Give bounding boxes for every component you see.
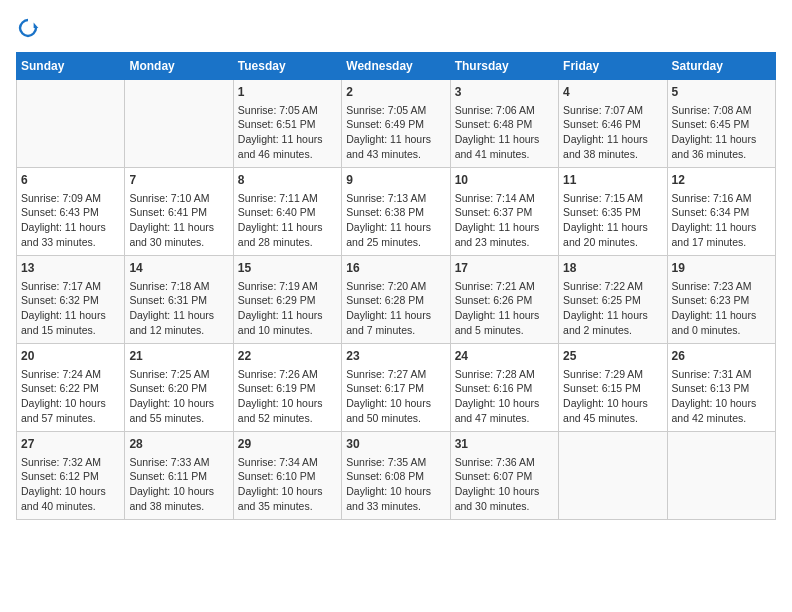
day-info: Sunset: 6:45 PM — [672, 117, 771, 132]
day-info: Sunset: 6:07 PM — [455, 469, 554, 484]
day-info: Sunrise: 7:15 AM — [563, 191, 662, 206]
day-info: Sunset: 6:40 PM — [238, 205, 337, 220]
day-number: 15 — [238, 260, 337, 277]
calendar-day-cell: 29Sunrise: 7:34 AMSunset: 6:10 PMDayligh… — [233, 432, 341, 520]
day-number: 22 — [238, 348, 337, 365]
day-info: Daylight: 11 hours and 20 minutes. — [563, 220, 662, 249]
day-number: 21 — [129, 348, 228, 365]
calendar-day-cell: 25Sunrise: 7:29 AMSunset: 6:15 PMDayligh… — [559, 344, 667, 432]
logo — [16, 16, 42, 40]
day-number: 31 — [455, 436, 554, 453]
day-info: Sunset: 6:38 PM — [346, 205, 445, 220]
calendar-day-cell: 5Sunrise: 7:08 AMSunset: 6:45 PMDaylight… — [667, 80, 775, 168]
day-info: Sunrise: 7:05 AM — [346, 103, 445, 118]
calendar-day-cell — [559, 432, 667, 520]
day-info: Daylight: 11 hours and 33 minutes. — [21, 220, 120, 249]
day-info: Sunrise: 7:35 AM — [346, 455, 445, 470]
day-info: Sunrise: 7:13 AM — [346, 191, 445, 206]
day-number: 25 — [563, 348, 662, 365]
day-number: 20 — [21, 348, 120, 365]
calendar-day-cell: 9Sunrise: 7:13 AMSunset: 6:38 PMDaylight… — [342, 168, 450, 256]
calendar-day-cell: 24Sunrise: 7:28 AMSunset: 6:16 PMDayligh… — [450, 344, 558, 432]
calendar-day-cell: 27Sunrise: 7:32 AMSunset: 6:12 PMDayligh… — [17, 432, 125, 520]
calendar-day-cell: 16Sunrise: 7:20 AMSunset: 6:28 PMDayligh… — [342, 256, 450, 344]
day-info: Sunset: 6:15 PM — [563, 381, 662, 396]
svg-marker-0 — [34, 22, 39, 28]
calendar-table: SundayMondayTuesdayWednesdayThursdayFrid… — [16, 52, 776, 520]
day-info: Daylight: 11 hours and 5 minutes. — [455, 308, 554, 337]
day-info: Daylight: 11 hours and 38 minutes. — [563, 132, 662, 161]
day-info: Sunrise: 7:20 AM — [346, 279, 445, 294]
calendar-day-cell: 15Sunrise: 7:19 AMSunset: 6:29 PMDayligh… — [233, 256, 341, 344]
calendar-header-row: SundayMondayTuesdayWednesdayThursdayFrid… — [17, 53, 776, 80]
day-of-week-header: Sunday — [17, 53, 125, 80]
calendar-day-cell: 21Sunrise: 7:25 AMSunset: 6:20 PMDayligh… — [125, 344, 233, 432]
day-number: 3 — [455, 84, 554, 101]
calendar-day-cell: 22Sunrise: 7:26 AMSunset: 6:19 PMDayligh… — [233, 344, 341, 432]
day-number: 6 — [21, 172, 120, 189]
day-info: Sunset: 6:51 PM — [238, 117, 337, 132]
day-info: Sunrise: 7:21 AM — [455, 279, 554, 294]
day-info: Daylight: 11 hours and 41 minutes. — [455, 132, 554, 161]
calendar-day-cell: 8Sunrise: 7:11 AMSunset: 6:40 PMDaylight… — [233, 168, 341, 256]
day-info: Sunrise: 7:10 AM — [129, 191, 228, 206]
day-info: Sunset: 6:25 PM — [563, 293, 662, 308]
day-info: Sunset: 6:41 PM — [129, 205, 228, 220]
day-info: Sunset: 6:35 PM — [563, 205, 662, 220]
day-info: Daylight: 10 hours and 50 minutes. — [346, 396, 445, 425]
day-info: Sunset: 6:46 PM — [563, 117, 662, 132]
calendar-day-cell — [125, 80, 233, 168]
day-info: Sunrise: 7:11 AM — [238, 191, 337, 206]
day-info: Sunset: 6:32 PM — [21, 293, 120, 308]
day-info: Daylight: 10 hours and 35 minutes. — [238, 484, 337, 513]
calendar-day-cell: 1Sunrise: 7:05 AMSunset: 6:51 PMDaylight… — [233, 80, 341, 168]
day-info: Sunrise: 7:22 AM — [563, 279, 662, 294]
day-number: 5 — [672, 84, 771, 101]
day-of-week-header: Monday — [125, 53, 233, 80]
day-number: 26 — [672, 348, 771, 365]
day-info: Sunset: 6:11 PM — [129, 469, 228, 484]
day-number: 8 — [238, 172, 337, 189]
day-info: Sunset: 6:08 PM — [346, 469, 445, 484]
day-info: Sunset: 6:49 PM — [346, 117, 445, 132]
day-info: Sunset: 6:37 PM — [455, 205, 554, 220]
day-number: 14 — [129, 260, 228, 277]
calendar-day-cell: 13Sunrise: 7:17 AMSunset: 6:32 PMDayligh… — [17, 256, 125, 344]
day-info: Sunrise: 7:31 AM — [672, 367, 771, 382]
day-info: Sunset: 6:12 PM — [21, 469, 120, 484]
calendar-week-row: 1Sunrise: 7:05 AMSunset: 6:51 PMDaylight… — [17, 80, 776, 168]
day-info: Sunrise: 7:25 AM — [129, 367, 228, 382]
day-info: Daylight: 11 hours and 46 minutes. — [238, 132, 337, 161]
day-info: Sunset: 6:19 PM — [238, 381, 337, 396]
day-number: 24 — [455, 348, 554, 365]
day-info: Daylight: 10 hours and 55 minutes. — [129, 396, 228, 425]
day-info: Sunset: 6:16 PM — [455, 381, 554, 396]
day-number: 23 — [346, 348, 445, 365]
calendar-day-cell: 26Sunrise: 7:31 AMSunset: 6:13 PMDayligh… — [667, 344, 775, 432]
day-info: Sunrise: 7:19 AM — [238, 279, 337, 294]
day-info: Daylight: 10 hours and 42 minutes. — [672, 396, 771, 425]
day-info: Sunrise: 7:16 AM — [672, 191, 771, 206]
day-info: Sunset: 6:10 PM — [238, 469, 337, 484]
calendar-day-cell: 14Sunrise: 7:18 AMSunset: 6:31 PMDayligh… — [125, 256, 233, 344]
day-info: Daylight: 10 hours and 45 minutes. — [563, 396, 662, 425]
day-info: Sunset: 6:31 PM — [129, 293, 228, 308]
day-number: 17 — [455, 260, 554, 277]
calendar-day-cell: 30Sunrise: 7:35 AMSunset: 6:08 PMDayligh… — [342, 432, 450, 520]
day-info: Daylight: 10 hours and 30 minutes. — [455, 484, 554, 513]
day-number: 16 — [346, 260, 445, 277]
day-info: Sunset: 6:17 PM — [346, 381, 445, 396]
day-info: Sunrise: 7:24 AM — [21, 367, 120, 382]
day-info: Sunrise: 7:27 AM — [346, 367, 445, 382]
calendar-week-row: 27Sunrise: 7:32 AMSunset: 6:12 PMDayligh… — [17, 432, 776, 520]
day-number: 28 — [129, 436, 228, 453]
calendar-day-cell: 7Sunrise: 7:10 AMSunset: 6:41 PMDaylight… — [125, 168, 233, 256]
calendar-day-cell: 12Sunrise: 7:16 AMSunset: 6:34 PMDayligh… — [667, 168, 775, 256]
day-number: 1 — [238, 84, 337, 101]
day-info: Daylight: 10 hours and 40 minutes. — [21, 484, 120, 513]
calendar-day-cell: 20Sunrise: 7:24 AMSunset: 6:22 PMDayligh… — [17, 344, 125, 432]
day-info: Sunrise: 7:32 AM — [21, 455, 120, 470]
day-info: Daylight: 11 hours and 30 minutes. — [129, 220, 228, 249]
day-number: 11 — [563, 172, 662, 189]
day-info: Sunrise: 7:28 AM — [455, 367, 554, 382]
